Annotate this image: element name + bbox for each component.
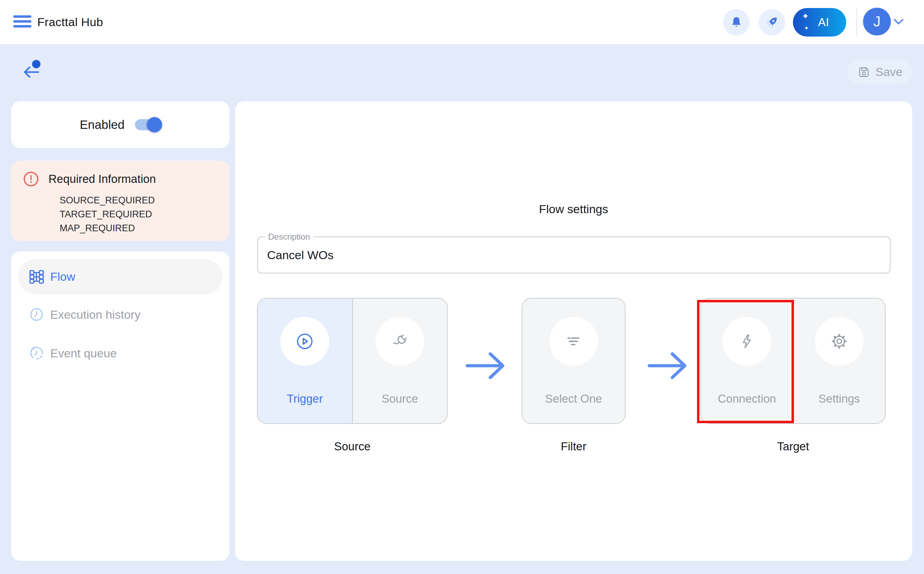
menu-bar: [13, 25, 32, 27]
option-label: Source: [381, 392, 418, 405]
icon-circle: [280, 317, 329, 366]
option-label: Connection: [718, 392, 776, 405]
filter-group-label: Filter: [522, 440, 625, 454]
play-circle-icon: [296, 332, 314, 350]
required-information-title: Required Information: [49, 172, 156, 186]
ai-button-label: AI: [818, 16, 829, 29]
icon-circle: [375, 317, 424, 366]
gear-icon: [830, 332, 848, 350]
sidebar-menu: Flow Execution history Event queue: [11, 251, 229, 561]
sidebar-item-label: Flow: [50, 270, 75, 284]
ai-assistant-button[interactable]: AI: [793, 8, 846, 36]
target-step-card: Connection Settings: [701, 298, 886, 424]
bell-icon: [729, 15, 744, 29]
app-title: Fracttal Hub: [37, 15, 103, 29]
filter-icon: [565, 332, 583, 350]
option-label: Settings: [818, 392, 860, 405]
source-step-card: Trigger Source: [257, 298, 448, 424]
flow-settings-panel: Flow settings Description Cancel WOs Tri…: [235, 101, 912, 561]
required-information-header: Required Information: [23, 171, 221, 187]
unread-dot: [32, 60, 40, 68]
save-button[interactable]: Save: [847, 59, 912, 85]
target-settings-option[interactable]: Settings: [794, 298, 885, 423]
filter-select-option[interactable]: Select One: [522, 298, 625, 423]
description-field-value: Cancel WOs: [267, 248, 334, 262]
target-group-label: Target: [701, 440, 886, 454]
menu-bar: [13, 15, 32, 18]
menu-bar: [13, 20, 32, 23]
required-item: MAP_REQUIRED: [60, 221, 221, 235]
toggle-knob: [147, 117, 162, 132]
required-information-card: Required Information SOURCE_REQUIRED TAR…: [11, 161, 229, 241]
option-label: Select One: [545, 392, 602, 405]
notifications-button[interactable]: [723, 9, 750, 36]
icon-circle: [815, 317, 864, 366]
required-item: TARGET_REQUIRED: [60, 207, 221, 221]
arrow-right-icon: [465, 350, 506, 382]
source-connection-option[interactable]: Source: [353, 298, 447, 423]
description-field-label: Description: [265, 232, 313, 242]
rocket-icon: [764, 15, 780, 30]
alert-icon: [23, 171, 39, 187]
sidebar-item-label: Execution history: [50, 308, 141, 322]
required-item: SOURCE_REQUIRED: [60, 193, 221, 207]
menu-icon[interactable]: [13, 15, 32, 29]
icon-circle: [723, 317, 771, 366]
description-field[interactable]: Description Cancel WOs: [257, 237, 891, 273]
history-icon: [29, 345, 44, 361]
launcher-button[interactable]: [759, 9, 785, 36]
header-divider: [856, 8, 857, 36]
icon-circle: [549, 317, 598, 366]
enabled-toggle[interactable]: [135, 119, 161, 130]
sidebar-item-flow[interactable]: Flow: [18, 259, 223, 294]
arrow-right-icon: [647, 350, 688, 382]
save-icon: [857, 65, 871, 79]
sidebar-item-event-queue[interactable]: Event queue: [18, 335, 223, 372]
chevron-down-icon[interactable]: [892, 18, 905, 27]
option-label: Trigger: [287, 392, 323, 405]
save-button-label: Save: [875, 65, 903, 79]
top-app-bar: Fracttal Hub AI J: [0, 0, 924, 44]
flow-icon: [29, 269, 44, 285]
sidebar-item-execution-history[interactable]: Execution history: [18, 296, 223, 333]
sidebar-item-label: Event queue: [50, 347, 117, 360]
enabled-label: Enabled: [80, 118, 125, 132]
lightning-icon: [738, 332, 756, 350]
target-connection-option[interactable]: Connection: [701, 298, 794, 423]
clock-icon: [29, 307, 44, 322]
plug-icon: [391, 332, 409, 350]
avatar[interactable]: J: [863, 8, 891, 36]
avatar-initial: J: [873, 13, 881, 30]
required-information-list: SOURCE_REQUIRED TARGET_REQUIRED MAP_REQU…: [60, 193, 221, 235]
page-title: Flow settings: [235, 202, 912, 216]
enabled-card: Enabled: [11, 101, 229, 148]
source-trigger-option[interactable]: Trigger: [258, 298, 353, 423]
filter-step-card: Select One: [522, 298, 625, 424]
sparkles-icon: [801, 12, 812, 32]
source-group-label: Source: [257, 440, 448, 454]
